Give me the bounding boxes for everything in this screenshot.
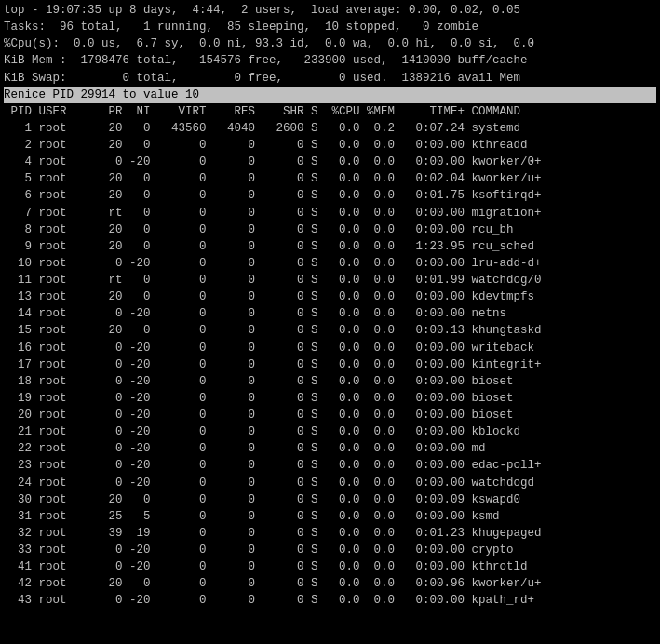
process-row: 6 root 20 0 0 0 0 S 0.0 0.0 0:01.75 ksof… [4,187,656,204]
process-row: 19 root 0 -20 0 0 0 S 0.0 0.0 0:00.00 bi… [4,390,656,407]
process-row: 43 root 0 -20 0 0 0 S 0.0 0.0 0:00.00 kp… [4,592,656,609]
process-row: 30 root 20 0 0 0 0 S 0.0 0.0 0:00.09 ksw… [4,491,656,508]
process-row: 13 root 20 0 0 0 0 S 0.0 0.0 0:00.00 kde… [4,288,656,305]
header-line-5: KiB Swap: 0 total, 0 free, 0 used. 13892… [4,70,656,87]
process-row: 41 root 0 -20 0 0 0 S 0.0 0.0 0:00.00 kt… [4,558,656,575]
header-line-1: top - 19:07:35 up 8 days, 4:44, 2 users,… [4,2,656,19]
process-row: 20 root 0 -20 0 0 0 S 0.0 0.0 0:00.00 bi… [4,407,656,423]
process-row: 10 root 0 -20 0 0 0 S 0.0 0.0 0:00.00 lr… [4,255,656,272]
header-line-2: Tasks: 96 total, 1 running, 85 sleeping,… [4,19,656,35]
process-row: 18 root 0 -20 0 0 0 S 0.0 0.0 0:00.00 bi… [4,373,656,390]
renice-line: Renice PID 29914 to value 10 [4,87,656,103]
process-row: 42 root 20 0 0 0 0 S 0.0 0.0 0:00.96 kwo… [4,575,656,592]
column-header: PID USER PR NI VIRT RES SHR S %CPU %MEM … [4,103,656,120]
process-row: 33 root 0 -20 0 0 0 S 0.0 0.0 0:00.00 cr… [4,542,656,558]
process-row: 4 root 0 -20 0 0 0 S 0.0 0.0 0:00.00 kwo… [4,154,656,170]
header-line-4: KiB Mem : 1798476 total, 154576 free, 23… [4,52,656,69]
process-row: 31 root 25 5 0 0 0 S 0.0 0.0 0:00.00 ksm… [4,508,656,525]
process-row: 5 root 20 0 0 0 0 S 0.0 0.0 0:02.04 kwor… [4,170,656,187]
process-row: 21 root 0 -20 0 0 0 S 0.0 0.0 0:00.00 kb… [4,423,656,440]
process-row: 8 root 20 0 0 0 0 S 0.0 0.0 0:00.00 rcu_… [4,221,656,238]
process-row: 11 root rt 0 0 0 0 S 0.0 0.0 0:01.99 wat… [4,272,656,288]
process-row: 1 root 20 0 43560 4040 2600 S 0.0 0.2 0:… [4,120,656,137]
header-line-3: %Cpu(s): 0.0 us, 6.7 sy, 0.0 ni, 93.3 id… [4,35,656,52]
process-row: 22 root 0 -20 0 0 0 S 0.0 0.0 0:00.00 md [4,440,656,457]
process-row: 32 root 39 19 0 0 0 S 0.0 0.0 0:01.23 kh… [4,525,656,542]
process-row: 2 root 20 0 0 0 0 S 0.0 0.0 0:00.00 kthr… [4,137,656,154]
process-row: 17 root 0 -20 0 0 0 S 0.0 0.0 0:00.00 ki… [4,356,656,373]
process-row: 23 root 0 -20 0 0 0 S 0.0 0.0 0:00.00 ed… [4,457,656,474]
process-row: 15 root 20 0 0 0 0 S 0.0 0.0 0:00.13 khu… [4,322,656,339]
process-row: 16 root 0 -20 0 0 0 S 0.0 0.0 0:00.00 wr… [4,340,656,356]
terminal-window: top - 19:07:35 up 8 days, 4:44, 2 users,… [0,0,660,611]
process-row: 14 root 0 -20 0 0 0 S 0.0 0.0 0:00.00 ne… [4,305,656,322]
process-row: 24 root 0 -20 0 0 0 S 0.0 0.0 0:00.00 wa… [4,475,656,491]
process-row: 9 root 20 0 0 0 0 S 0.0 0.0 1:23.95 rcu_… [4,238,656,255]
process-row: 7 root rt 0 0 0 0 S 0.0 0.0 0:00.00 migr… [4,205,656,221]
